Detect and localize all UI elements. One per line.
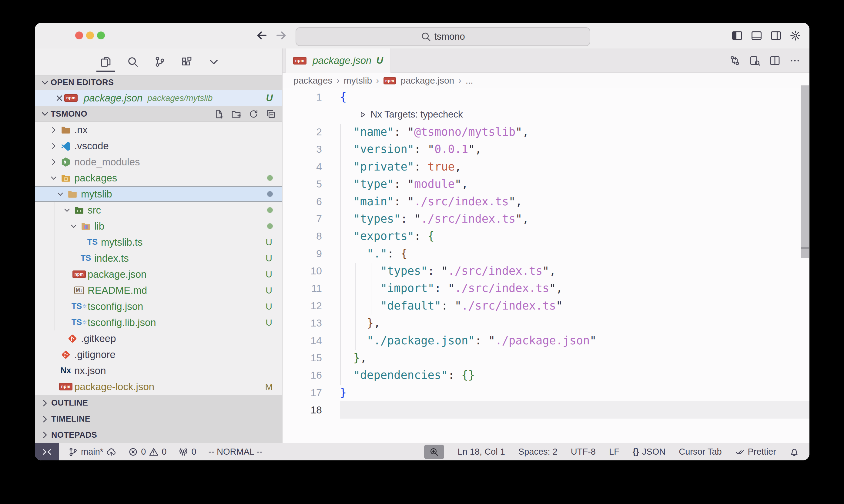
- statusbar-cursor-tab[interactable]: Cursor Tab: [679, 447, 722, 457]
- tree-item-lib[interactable]: lib: [35, 218, 282, 234]
- activity-source-control-icon[interactable]: [154, 56, 166, 68]
- chevron-down-icon[interactable]: [49, 174, 59, 182]
- tree-item-src[interactable]: src: [35, 202, 282, 218]
- open-changes-icon[interactable]: [729, 55, 740, 66]
- code-line-12[interactable]: 12 "default": "./src/index.ts": [282, 297, 809, 314]
- code-line-16[interactable]: 16 "dependencies": {}: [282, 366, 809, 384]
- split-editor-icon[interactable]: [770, 55, 780, 66]
- open-editors-header[interactable]: OPEN EDITORS: [35, 75, 282, 90]
- scrollbar-thumb[interactable]: [800, 85, 809, 247]
- statusbar-encoding[interactable]: UTF-8: [571, 447, 596, 457]
- code-line-11[interactable]: 11 "import": "./src/index.ts",: [282, 280, 809, 297]
- activity-more-views-icon[interactable]: [208, 56, 220, 68]
- tree-item-node_modules[interactable]: node_modules: [35, 154, 282, 170]
- tree-item-tsconfig.lib.json[interactable]: TS✲tsconfig.lib.jsonU: [35, 314, 282, 330]
- code-line-10[interactable]: 10 "types": "./src/index.ts",: [282, 262, 809, 280]
- new-folder-icon[interactable]: [231, 109, 241, 119]
- tree-item-.gitkeep[interactable]: .gitkeep: [35, 330, 282, 346]
- navigate-forward-icon[interactable]: [275, 29, 288, 42]
- refresh-explorer-icon[interactable]: [248, 109, 259, 119]
- statusbar-language-mode[interactable]: {}JSON: [633, 447, 666, 457]
- tree-item-package-lock.json[interactable]: npmpackage-lock.jsonM: [35, 379, 282, 395]
- tree-item-nx.json[interactable]: Nxnx.json: [35, 363, 282, 379]
- code-line-13[interactable]: 13 },: [282, 314, 809, 332]
- code-line-9[interactable]: 9 ".": {: [282, 245, 809, 262]
- codelens-nx-targets[interactable]: Nx Targets: typecheck: [359, 109, 463, 120]
- chevron-right-icon[interactable]: [49, 126, 59, 134]
- statusbar-problems[interactable]: 00: [128, 447, 167, 457]
- code-line-8[interactable]: 8 "exports": {: [282, 228, 809, 245]
- breadcrumb-item[interactable]: package.json: [401, 75, 454, 86]
- activity-explorer-icon[interactable]: [100, 56, 111, 68]
- tree-item-.nx[interactable]: .nx: [35, 122, 282, 138]
- close-editor-icon[interactable]: [55, 94, 64, 103]
- code-line-2[interactable]: 2 "name": "@tsmono/mytslib",: [282, 123, 809, 141]
- remote-indicator[interactable]: [35, 443, 59, 461]
- token: "import": [380, 282, 434, 295]
- open-editor-item[interactable]: npm package.json packages/mytslib U: [35, 90, 282, 106]
- statusbar-vim-mode[interactable]: -- NORMAL --: [209, 447, 262, 457]
- toggle-secondary-sidebar-icon[interactable]: [770, 30, 781, 41]
- command-center-search[interactable]: tsmono: [296, 27, 590, 46]
- statusbar-formatter[interactable]: Prettier: [735, 447, 776, 457]
- code-line-7[interactable]: 7 "types": "./src/index.ts",: [282, 210, 809, 228]
- statusbar-indentation[interactable]: Spaces: 2: [518, 447, 557, 457]
- tree-item-index.ts[interactable]: TSindex.tsU: [35, 250, 282, 266]
- token: :: [428, 265, 442, 277]
- tree-item-package.json[interactable]: npmpackage.jsonU: [35, 266, 282, 282]
- minimize-window-button[interactable]: [86, 32, 94, 39]
- tree-item-packages[interactable]: packages: [35, 170, 282, 186]
- tree-item-mytslib.ts[interactable]: TSmytslib.tsU: [35, 234, 282, 250]
- activity-extensions-icon[interactable]: [181, 56, 192, 68]
- code-line-14[interactable]: 14 "./package.json": "./package.json": [282, 332, 809, 349]
- breadcrumb-item[interactable]: ...: [466, 75, 473, 86]
- code-line-15[interactable]: 15 },: [282, 349, 809, 366]
- statusbar-ports[interactable]: 0: [178, 447, 196, 457]
- code-line-1[interactable]: 1{: [282, 88, 809, 106]
- code-line-18[interactable]: 18: [282, 401, 809, 419]
- statusbar-notifications[interactable]: [789, 447, 799, 457]
- collapse-folders-icon[interactable]: [266, 109, 276, 119]
- statusbar-eol[interactable]: LF: [609, 447, 619, 457]
- breadcrumb-item[interactable]: packages: [293, 75, 332, 86]
- toggle-panel-icon[interactable]: [751, 30, 762, 41]
- navigate-back-icon[interactable]: [255, 29, 268, 42]
- tree-item-.gitignore[interactable]: .gitignore: [35, 346, 282, 363]
- code-line-3[interactable]: 3 "version": "0.0.1",: [282, 141, 809, 158]
- statusbar-cursor-position[interactable]: Ln 18, Col 1: [458, 447, 505, 457]
- zoom-window-button[interactable]: [97, 32, 105, 39]
- chevron-down-icon[interactable]: [55, 190, 66, 198]
- tree-item-tsconfig.json[interactable]: TS✲tsconfig.jsonU: [35, 298, 282, 314]
- statusbar-git-branch[interactable]: main*: [68, 447, 116, 457]
- code-line-4[interactable]: 4 "private": true,: [282, 158, 809, 175]
- close-window-button[interactable]: [75, 32, 83, 39]
- code-area[interactable]: 1{Nx Targets: typecheck2 "name": "@tsmon…: [282, 88, 809, 443]
- settings-icon[interactable]: [790, 30, 801, 41]
- panel-notepads[interactable]: NOTEPADS: [35, 427, 282, 443]
- chevron-down-icon[interactable]: [62, 206, 72, 214]
- chevron-right-icon[interactable]: [49, 158, 59, 166]
- open-preview-icon[interactable]: [750, 55, 760, 66]
- editor-scrollbar[interactable]: [800, 85, 809, 258]
- code-line-6[interactable]: 6 "main": "./src/index.ts",: [282, 193, 809, 210]
- explorer-section-header[interactable]: TSMONO: [35, 106, 282, 122]
- breadcrumb-item[interactable]: mytslib: [344, 75, 372, 86]
- tab-package-json[interactable]: npm package.json U: [285, 49, 391, 73]
- tree-item-README.md[interactable]: M↓README.mdU: [35, 282, 282, 298]
- tree-item-.vscode[interactable]: .vscode: [35, 138, 282, 154]
- panel-timeline[interactable]: TIMELINE: [35, 411, 282, 427]
- toggle-primary-sidebar-icon[interactable]: [731, 30, 743, 41]
- new-file-icon[interactable]: [214, 109, 224, 119]
- more-actions-icon[interactable]: [789, 55, 800, 66]
- panel-outline[interactable]: OUTLINE: [35, 395, 282, 411]
- chevron-right-icon[interactable]: [49, 142, 59, 150]
- tree-item-mytslib[interactable]: mytslib: [35, 186, 282, 202]
- code-line-17[interactable]: 17}: [282, 384, 809, 401]
- bell-icon: [789, 447, 799, 457]
- chevron-down-icon[interactable]: [69, 222, 79, 230]
- code-line-5[interactable]: 5 "type": "module",: [282, 175, 809, 193]
- titlebar[interactable]: tsmono: [35, 23, 809, 49]
- breadcrumb-separator: ›: [459, 76, 461, 85]
- activity-search-icon[interactable]: [127, 56, 139, 68]
- statusbar-zoom-indicator[interactable]: [424, 445, 444, 459]
